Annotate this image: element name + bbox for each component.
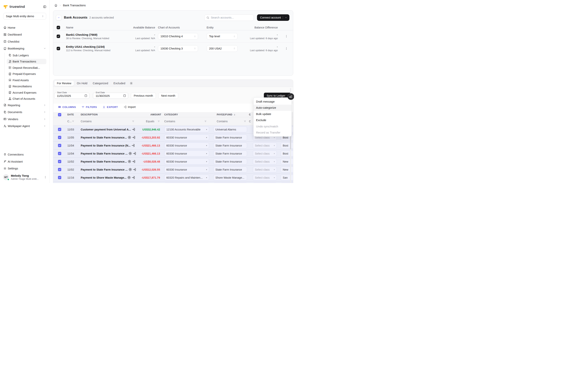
sidebar-item-documents[interactable]: Documents <box>0 109 46 115</box>
category-select[interactable]: 12100 Accounts Receivable▾ <box>164 126 209 132</box>
sidebar-item-dashboard[interactable]: Dashboard <box>0 32 46 38</box>
start-date-input[interactable]: Start Date 11/01/2025 <box>54 93 89 99</box>
sync-match-icon[interactable] <box>132 176 135 179</box>
row-checkbox[interactable] <box>58 152 61 155</box>
home-icon[interactable] <box>54 4 58 7</box>
funnel-icon[interactable] <box>132 120 134 123</box>
tab-on-hold[interactable]: On Hold <box>74 80 90 86</box>
date-filter-op[interactable]: C... <box>67 120 72 123</box>
search-accounts-input[interactable] <box>211 16 252 19</box>
funnel-icon[interactable] <box>244 120 246 123</box>
user-profile[interactable]: MT Melody Tong Admin •Sage Multi entit..… <box>0 173 49 182</box>
payee-input[interactable]: Shore Waste Manage... <box>213 175 247 181</box>
col-payee-fund-sortable[interactable]: PAYEE/FUND <box>209 113 249 116</box>
sidebar-item-home[interactable]: Home <box>0 25 46 30</box>
sync-match-icon[interactable] <box>132 144 135 147</box>
entity-select[interactable]: Top level <box>207 33 237 39</box>
account-row-kebab-icon[interactable] <box>285 35 288 38</box>
sidebar-item-reporting[interactable]: Reporting <box>0 102 46 108</box>
calendar-icon[interactable] <box>123 94 126 97</box>
sidebar-toggle-icon[interactable] <box>43 5 46 8</box>
sidebar-item-vendors[interactable]: Vendors <box>0 116 46 122</box>
connect-account-button[interactable]: Connect account <box>257 14 289 21</box>
sidebar-item-chart-of-accounts[interactable]: Chart of Accounts <box>7 96 46 101</box>
payee-input[interactable]: Universal Alarms <box>213 126 247 132</box>
filters-button[interactable]: FILTERS <box>81 106 97 108</box>
location-field[interactable]: Bost <box>281 143 293 148</box>
row-checkbox[interactable] <box>58 168 61 171</box>
row-checkbox[interactable] <box>58 176 61 179</box>
payee-input[interactable]: Shore Waste Manage... <box>213 183 247 183</box>
sidebar-item-sub-ledgers[interactable]: Sub Ledgers <box>7 53 46 58</box>
calendar-icon[interactable] <box>84 94 87 97</box>
sidebar-item-fixed-assets[interactable]: Fixed Assets <box>7 77 46 83</box>
sidebar-item-connections[interactable]: Connections <box>0 152 46 157</box>
menu-item-auto-categorize[interactable]: Auto-categorize <box>254 105 292 111</box>
funnel-icon[interactable] <box>72 120 74 123</box>
class-select[interactable]: Select class▾ <box>253 175 277 181</box>
payee-input[interactable]: State Farm Insurance <box>213 151 247 156</box>
user-menu-kebab-icon[interactable] <box>44 176 47 179</box>
tab-categorized[interactable]: Categorized <box>90 80 111 86</box>
sync-queue-fab[interactable] <box>287 93 294 100</box>
account-checkbox[interactable] <box>57 35 60 38</box>
menu-item-draft-message[interactable]: Draft message <box>254 98 292 105</box>
account-checkbox[interactable] <box>57 47 60 50</box>
category-select[interactable]: 60330 Insurance▾ <box>164 167 209 173</box>
location-field[interactable]: New <box>281 167 293 173</box>
tabs-settings-gear-icon[interactable] <box>130 82 133 85</box>
class-select[interactable]: Select class▾ <box>253 167 277 173</box>
menu-item-exclude[interactable]: Exclude <box>254 117 292 123</box>
sync-match-icon[interactable] <box>132 136 135 139</box>
category-select[interactable]: 60330 Insurance▾ <box>164 159 209 164</box>
payee-input[interactable]: State Farm Insurance <box>213 135 247 140</box>
sidebar-item-ai-assistant[interactable]: AI Assistant <box>0 159 46 164</box>
next-month-button[interactable]: Next month <box>158 93 178 99</box>
previous-month-button[interactable]: Previous month <box>131 93 156 99</box>
category-select[interactable]: 60330 Insurance▾ <box>164 135 209 140</box>
columns-button[interactable]: COLUMNS <box>58 106 76 108</box>
category-select[interactable]: 60330 Insurance▾ <box>164 151 209 156</box>
sidebar-item-checklist[interactable]: Checklist <box>0 38 46 44</box>
location-field[interactable]: New <box>281 159 293 164</box>
payee-filter-op[interactable]: Contains <box>217 120 228 123</box>
location-field[interactable]: Bost <box>281 151 293 156</box>
description-filter-op[interactable]: Contains <box>81 120 92 123</box>
workspace-selector[interactable]: Sage Multi entity demo <box>3 13 46 20</box>
category-filter-op[interactable]: Contains <box>164 120 175 123</box>
class-filter-op[interactable]: C <box>249 120 251 123</box>
row-checkbox[interactable] <box>58 136 61 139</box>
sidebar-item-accrued-expenses[interactable]: Accrued Expenses <box>7 90 46 95</box>
class-select[interactable]: Select class▾ <box>253 159 277 164</box>
category-select[interactable]: 60320 Repairs and Mainten...▾ <box>164 175 209 181</box>
account-row-kebab-icon[interactable] <box>285 47 288 50</box>
sync-match-icon[interactable] <box>133 152 136 155</box>
sidebar-item-deposit-reconciliation[interactable]: Deposit Reconciliati... <box>7 65 46 70</box>
sidebar-item-workpaper-agent[interactable]: Workpaper Agent <box>0 123 46 129</box>
entity-select[interactable]: 200 USA2 <box>207 45 237 52</box>
category-select[interactable]: 60310 Utilities▾ <box>164 183 209 183</box>
select-all-accounts-checkbox[interactable] <box>57 26 60 29</box>
class-select[interactable]: Select class▾ <box>253 183 277 183</box>
row-checkbox[interactable] <box>58 160 61 163</box>
class-select[interactable]: Select class▾ <box>253 143 277 148</box>
import-button[interactable]: Import <box>124 106 136 108</box>
tab-for-review[interactable]: For Review <box>54 80 74 86</box>
row-checkbox[interactable] <box>58 128 61 131</box>
sidebar-item-bookkeeping[interactable]: Bookkeeping <box>0 46 46 51</box>
sync-match-icon[interactable] <box>132 128 135 131</box>
amount-filter-op[interactable]: Equals <box>146 120 154 123</box>
class-select[interactable]: Select class▾ <box>253 151 277 156</box>
end-date-input[interactable]: End Date 11/30/2025 <box>93 93 128 99</box>
tab-excluded[interactable]: Excluded <box>111 80 128 86</box>
sync-match-icon[interactable] <box>133 168 136 171</box>
sidebar-item-reconciliations[interactable]: Reconciliations <box>7 84 46 89</box>
export-button[interactable]: EXPORT <box>103 106 118 108</box>
category-select[interactable]: 60330 Insurance▾ <box>164 143 209 148</box>
location-field[interactable]: Bost <box>281 183 293 183</box>
select-all-transactions-checkbox[interactable] <box>58 113 61 116</box>
sidebar-item-settings[interactable]: Settings <box>0 166 46 171</box>
payee-input[interactable]: State Farm Insurance <box>213 167 247 173</box>
row-checkbox[interactable] <box>58 144 61 147</box>
coa-select[interactable]: 10010 Checking 4 <box>158 33 198 39</box>
